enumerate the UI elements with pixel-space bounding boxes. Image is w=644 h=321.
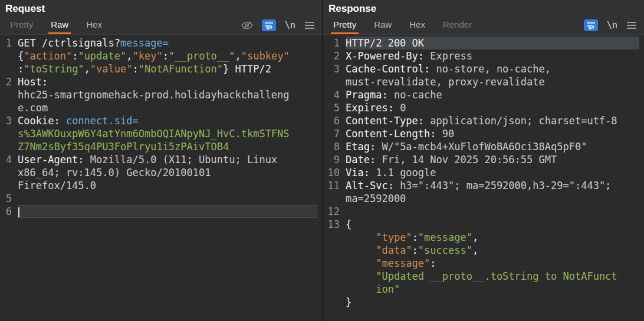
line-content[interactable]: Host: bbox=[18, 75, 317, 88]
line-content[interactable]: { bbox=[346, 218, 639, 231]
hamburger-menu-icon[interactable] bbox=[304, 21, 315, 29]
editor-row[interactable]: 7Content-Length: 90 bbox=[326, 127, 639, 140]
request-editor[interactable]: 1GET /ctrlsignals?message={"action":"upd… bbox=[0, 35, 322, 321]
line-content[interactable]: Z7Nm2sByf35q4PU3FoPlryu1i5zPAivTOB4 bbox=[18, 140, 317, 153]
line-content[interactable]: ma=2592000 bbox=[346, 192, 639, 205]
editor-row[interactable]: "message": bbox=[326, 257, 639, 270]
editor-row[interactable]: 5Expires: 0 bbox=[326, 101, 639, 114]
editor-row[interactable]: 13{ bbox=[326, 218, 639, 231]
editor-row[interactable]: {"action":"update","key":"__proto__","su… bbox=[2, 49, 317, 62]
line-content[interactable]: Content-Type: application/json; charset=… bbox=[346, 114, 639, 127]
line-content[interactable]: ion" bbox=[346, 283, 639, 296]
editor-row[interactable]: 4User-Agent: Mozilla/5.0 (X11; Ubuntu; L… bbox=[2, 153, 317, 166]
editor-row[interactable]: 3Cookie: connect.sid= bbox=[2, 114, 317, 127]
line-content[interactable]: e.com bbox=[18, 101, 317, 114]
editor-row[interactable]: hhc25-smartgnomehack-prod.holidayhackcha… bbox=[2, 88, 317, 101]
line-content[interactable]: Date: Fri, 14 Nov 2025 20:56:55 GMT bbox=[346, 153, 639, 166]
editor-row[interactable]: "type":"message", bbox=[326, 231, 639, 244]
line-content[interactable]: } bbox=[346, 296, 639, 309]
editor-row[interactable]: e.com bbox=[2, 101, 317, 114]
response-editor[interactable]: 1HTTP/2 200 OK2X-Powered-By: Express3Cac… bbox=[323, 35, 644, 321]
line-number: 7 bbox=[326, 127, 340, 140]
editor-row[interactable]: 3Cache-Control: no-store, no-cache, bbox=[326, 62, 639, 75]
editor-row[interactable]: 10Via: 1.1 google bbox=[326, 166, 639, 179]
line-number: 6 bbox=[326, 114, 340, 127]
tab-response-pretty[interactable]: Pretty bbox=[331, 16, 359, 34]
line-content[interactable]: s%3AWKOuxpW6Y4atYnm6OmbOQIANpyNJ_HvC.tkm… bbox=[18, 127, 317, 140]
line-content[interactable]: User-Agent: Mozilla/5.0 (X11; Ubuntu; Li… bbox=[18, 153, 317, 166]
editor-row[interactable]: 1HTTP/2 200 OK bbox=[326, 37, 639, 49]
line-number bbox=[2, 140, 12, 153]
request-panel-header: Request Pretty Raw Hex bbox=[0, 0, 322, 35]
line-content[interactable]: must-revalidate, proxy-revalidate bbox=[346, 75, 639, 88]
editor-row[interactable]: 2Host: bbox=[2, 75, 317, 88]
line-content[interactable]: Expires: 0 bbox=[346, 101, 639, 114]
editor-row[interactable]: must-revalidate, proxy-revalidate bbox=[326, 75, 639, 88]
tab-request-pretty[interactable]: Pretty bbox=[8, 16, 35, 34]
line-number: 11 bbox=[326, 179, 340, 192]
editor-row[interactable]: 6 bbox=[2, 205, 317, 218]
editor-row[interactable]: 1GET /ctrlsignals?message= bbox=[2, 37, 317, 49]
code-segment: X-Powered-By: bbox=[346, 50, 424, 62]
code-segment: User-Agent: bbox=[18, 154, 84, 166]
line-number: 10 bbox=[326, 166, 340, 179]
editor-row[interactable]: "data":"success", bbox=[326, 244, 639, 257]
editor-row[interactable]: 5 bbox=[2, 192, 317, 205]
editor-row[interactable]: 6Content-Type: application/json; charset… bbox=[326, 114, 639, 127]
soft-wrap-toggle-icon[interactable] bbox=[262, 19, 276, 31]
request-panel-title: Request bbox=[0, 0, 322, 16]
line-content[interactable]: Cookie: connect.sid= bbox=[18, 114, 317, 127]
line-content[interactable] bbox=[346, 205, 639, 218]
code-segment: "__proto__" bbox=[169, 50, 235, 62]
line-number: 9 bbox=[326, 153, 340, 166]
tab-response-raw[interactable]: Raw bbox=[372, 16, 394, 34]
line-content[interactable]: Alt-Svc: h3=":443"; ma=2592000,h3-29=":4… bbox=[346, 179, 639, 192]
editor-row[interactable]: s%3AWKOuxpW6Y4atYnm6OmbOQIANpyNJ_HvC.tkm… bbox=[2, 127, 317, 140]
line-content[interactable] bbox=[18, 205, 317, 218]
editor-row[interactable]: 12 bbox=[326, 205, 639, 218]
eye-off-icon[interactable] bbox=[241, 21, 253, 30]
line-content[interactable]: "type":"message", bbox=[346, 231, 639, 244]
line-content[interactable]: Pragma: no-cache bbox=[346, 88, 639, 101]
editor-row[interactable]: } bbox=[326, 296, 639, 309]
line-content[interactable]: {"action":"update","key":"__proto__","su… bbox=[18, 49, 317, 62]
line-content[interactable]: "data":"success", bbox=[346, 244, 639, 257]
tab-response-hex[interactable]: Hex bbox=[407, 16, 428, 34]
tab-response-render[interactable]: Render bbox=[441, 16, 474, 34]
line-content[interactable]: Content-Length: 90 bbox=[346, 127, 639, 140]
editor-row[interactable]: :"toString","value":"NotAFunction"} HTTP… bbox=[2, 62, 317, 75]
editor-row[interactable]: Z7Nm2sByf35q4PU3FoPlryu1i5zPAivTOB4 bbox=[2, 140, 317, 153]
line-content[interactable]: "message": bbox=[346, 257, 639, 270]
editor-row[interactable]: Firefox/145.0 bbox=[2, 179, 317, 192]
line-content[interactable] bbox=[18, 192, 317, 205]
editor-row[interactable]: 4Pragma: no-cache bbox=[326, 88, 639, 101]
editor-row[interactable]: ma=2592000 bbox=[326, 192, 639, 205]
tab-request-hex[interactable]: Hex bbox=[84, 16, 104, 34]
editor-row[interactable]: 9Date: Fri, 14 Nov 2025 20:56:55 GMT bbox=[326, 153, 639, 166]
line-number: 1 bbox=[2, 37, 12, 49]
editor-row[interactable]: 8Etag: W/"5a-mcb4+XuFlofWoBA6Oci38Aq5pF0… bbox=[326, 140, 639, 153]
soft-wrap-toggle-icon[interactable] bbox=[584, 19, 598, 31]
line-content[interactable]: X-Powered-By: Express bbox=[346, 49, 639, 62]
code-segment: , bbox=[472, 244, 478, 256]
editor-row[interactable]: x86_64; rv:145.0) Gecko/20100101 bbox=[2, 166, 317, 179]
line-content[interactable]: HTTP/2 200 OK bbox=[346, 37, 639, 49]
newline-characters-toggle[interactable]: \n bbox=[607, 20, 617, 31]
line-content[interactable]: Cache-Control: no-store, no-cache, bbox=[346, 62, 639, 75]
tab-request-raw[interactable]: Raw bbox=[48, 16, 71, 34]
editor-row[interactable]: ion" bbox=[326, 283, 639, 296]
newline-characters-toggle[interactable]: \n bbox=[285, 20, 295, 31]
line-content[interactable]: "Updated __proto__.toString to NotAFunct bbox=[346, 270, 639, 283]
editor-row[interactable]: 11Alt-Svc: h3=":443"; ma=2592000,h3-29="… bbox=[326, 179, 639, 192]
hamburger-menu-icon[interactable] bbox=[626, 21, 637, 29]
editor-row[interactable]: "Updated __proto__.toString to NotAFunct bbox=[326, 270, 639, 283]
editor-row[interactable]: 2X-Powered-By: Express bbox=[326, 49, 639, 62]
line-content[interactable]: GET /ctrlsignals?message= bbox=[18, 37, 317, 49]
line-content[interactable]: :"toString","value":"NotAFunction"} HTTP… bbox=[18, 62, 317, 75]
line-content[interactable]: Etag: W/"5a-mcb4+XuFlofWoBA6Oci38Aq5pF0" bbox=[346, 140, 639, 153]
line-content[interactable]: Firefox/145.0 bbox=[18, 179, 317, 192]
line-content[interactable]: Via: 1.1 google bbox=[346, 166, 639, 179]
line-content[interactable]: x86_64; rv:145.0) Gecko/20100101 bbox=[18, 166, 317, 179]
line-content[interactable]: hhc25-smartgnomehack-prod.holidayhackcha… bbox=[18, 88, 317, 101]
code-segment: , bbox=[235, 50, 241, 62]
